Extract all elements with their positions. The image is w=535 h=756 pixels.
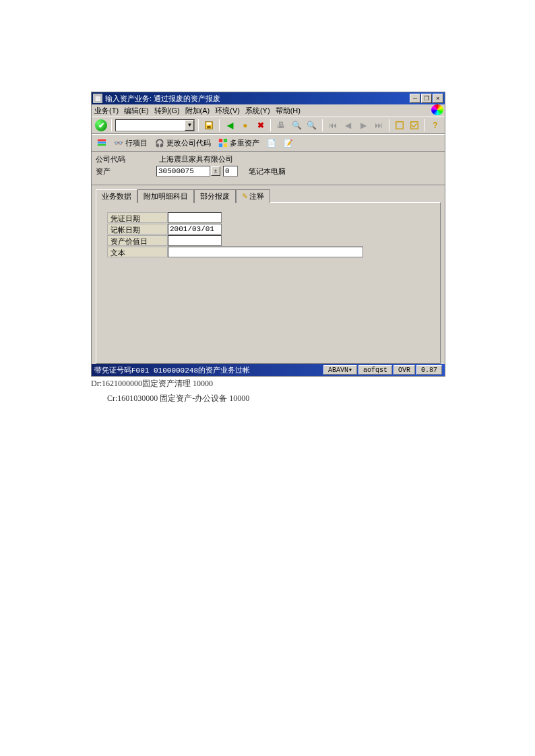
- save-button[interactable]: [202, 119, 216, 132]
- window-title: 输入资产业务: 通过报废的资产报废: [105, 94, 410, 104]
- menu-goto[interactable]: 转到(G): [154, 106, 180, 116]
- find-button[interactable]: 🔍: [290, 119, 303, 132]
- status-tcode: ABAVN▾: [323, 365, 357, 375]
- header-area: 公司代码 上海震旦家具有限公司 资产 ± 笔记本电脑: [92, 152, 445, 185]
- change-company-button[interactable]: 🎧 更改公司代码: [152, 137, 214, 150]
- next-page-button[interactable]: ▶: [356, 119, 370, 132]
- value-date-label: 资产价值日: [107, 235, 168, 246]
- journal-dr-line: Dr:1621000000固定资产清理 10000: [91, 376, 249, 391]
- doc-pencil-icon: 📝: [284, 138, 293, 148]
- tab-panel-business-data: 凭证日期 记帐日期 资产价值日 文本: [96, 202, 441, 364]
- menu-extras[interactable]: 附加(A): [185, 106, 210, 116]
- command-field[interactable]: ▼: [115, 119, 195, 131]
- asset-label: 资产: [96, 166, 156, 177]
- svg-rect-5: [98, 139, 106, 141]
- doc2-button[interactable]: 📝: [281, 137, 296, 149]
- enter-button[interactable]: ✔: [94, 119, 108, 132]
- asset-sub-input[interactable]: [223, 166, 238, 177]
- maximize-button[interactable]: ❐: [421, 94, 432, 103]
- doc-date-input[interactable]: [168, 212, 222, 223]
- multi-asset-button[interactable]: 多重资产: [216, 137, 262, 150]
- journal-cr-line: Cr:1601030000 固定资产-办公设备 10000: [107, 391, 249, 406]
- exit-button[interactable]: ●: [239, 119, 252, 132]
- status-user: aofqst: [358, 365, 392, 375]
- tab-partial-retirement[interactable]: 部分报废: [194, 189, 236, 203]
- statusbar: 带凭证号码F001 0100000248的资产业务过帐 ABAVN▾ aofqs…: [92, 364, 445, 376]
- menu-env[interactable]: 环境(V): [215, 106, 240, 116]
- line-items-button[interactable]: [94, 137, 109, 149]
- menu-business[interactable]: 业务(T): [94, 106, 119, 116]
- print-button[interactable]: 🖶: [274, 119, 288, 132]
- svg-rect-7: [98, 144, 106, 146]
- headphones-icon: 🎧: [155, 138, 164, 148]
- line-items-text[interactable]: 👓 行项目: [111, 137, 150, 150]
- sap-logo-icon: [431, 104, 443, 115]
- command-dropdown-icon[interactable]: ▼: [185, 120, 194, 131]
- menu-edit[interactable]: 编辑(E): [124, 106, 149, 116]
- note-icon: ✎: [242, 192, 248, 201]
- company-name: 上海震旦家具有限公司: [159, 154, 233, 164]
- svg-rect-10: [219, 144, 222, 147]
- app-icon: ▦: [93, 94, 102, 103]
- svg-rect-11: [224, 144, 227, 147]
- menubar: 业务(T) 编辑(E) 转到(G) 附加(A) 环境(V) 系统(Y) 帮助(H…: [92, 104, 445, 117]
- help-button[interactable]: ?: [429, 119, 442, 132]
- posting-date-input[interactable]: [168, 224, 222, 234]
- company-code-label: 公司代码: [96, 154, 156, 164]
- status-mode: OVR: [394, 365, 415, 375]
- tabstrip: 业务数据 附加明细科目 部分报废 ✎ 注释 凭证日期 记帐日期 资产价值日 文本: [92, 185, 445, 364]
- last-page-button[interactable]: ⏭: [372, 119, 385, 132]
- status-time: 0.87: [416, 365, 442, 375]
- titlebar: ▦ 输入资产业务: 通过报废的资产报废 -- ❐ ×: [92, 92, 445, 104]
- tab-notes[interactable]: ✎ 注释: [236, 189, 270, 203]
- doc1-button[interactable]: 📄: [264, 137, 279, 149]
- journal-entry-text: Dr:1621000000固定资产清理 10000 Cr:1601030000 …: [91, 376, 249, 406]
- value-date-input[interactable]: [168, 235, 222, 246]
- svg-rect-2: [208, 126, 211, 129]
- asset-no-input[interactable]: [156, 166, 210, 177]
- first-page-button[interactable]: ⏮: [326, 119, 340, 132]
- change-company-label: 更改公司代码: [166, 138, 211, 148]
- spectacles-icon: 👓: [114, 138, 123, 148]
- menu-help[interactable]: 帮助(H): [276, 106, 301, 116]
- svg-rect-8: [219, 139, 222, 142]
- multi-icon: [218, 138, 228, 148]
- posting-date-label: 记帐日期: [107, 224, 168, 234]
- new-session-button[interactable]: [393, 119, 406, 132]
- svg-rect-4: [411, 122, 418, 129]
- svg-rect-3: [396, 122, 403, 129]
- prev-page-button[interactable]: ◀: [341, 119, 354, 132]
- back-button[interactable]: ◀: [223, 119, 237, 132]
- shortcut-button[interactable]: [408, 119, 421, 132]
- svg-rect-6: [98, 141, 106, 144]
- line-items-label: 行项目: [125, 138, 148, 148]
- minimize-button[interactable]: --: [410, 94, 420, 103]
- asset-search-button[interactable]: ±: [211, 166, 220, 176]
- find-next-button[interactable]: 🔍: [305, 119, 319, 132]
- tab-business-data[interactable]: 业务数据: [96, 189, 137, 203]
- menu-system[interactable]: 系统(Y): [245, 106, 270, 116]
- text-input[interactable]: [168, 247, 363, 257]
- text-label: 文本: [107, 247, 168, 257]
- standard-toolbar: ✔ ▼ ◀ ● ✖ 🖶 🔍 🔍 ⏮ ◀ ▶ ⏭ ?: [92, 117, 445, 134]
- tab-additional-details[interactable]: 附加明细科目: [137, 189, 194, 203]
- svg-rect-9: [224, 139, 227, 142]
- cancel-button[interactable]: ✖: [254, 119, 268, 132]
- doc-date-label: 凭证日期: [107, 212, 168, 223]
- app-toolbar: 👓 行项目 🎧 更改公司代码 多重资产 📄 📝: [92, 134, 445, 152]
- sap-window: ▦ 输入资产业务: 通过报废的资产报废 -- ❐ × 业务(T) 编辑(E) 转…: [91, 92, 445, 377]
- multi-asset-label: 多重资产: [230, 138, 259, 148]
- svg-rect-1: [207, 123, 212, 125]
- asset-description: 笔记本电脑: [249, 166, 286, 177]
- close-button[interactable]: ×: [433, 94, 443, 103]
- grid-icon: [97, 138, 106, 148]
- status-message: 带凭证号码F001 0100000248的资产业务过帐: [94, 365, 322, 375]
- doc-icon: 📄: [267, 138, 276, 148]
